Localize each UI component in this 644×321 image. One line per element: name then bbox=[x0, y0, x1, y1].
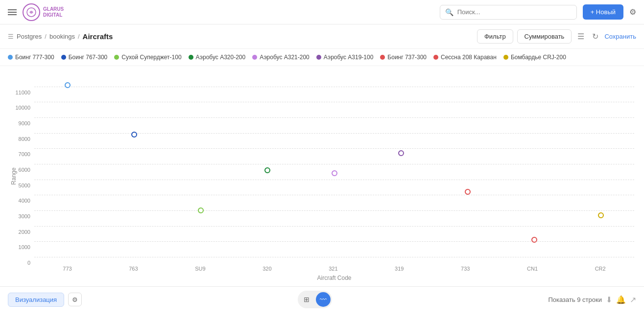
y-label-2000: 2000 bbox=[19, 229, 30, 235]
legend-dot-773 bbox=[8, 55, 13, 60]
grid-line-0 bbox=[34, 257, 634, 257]
save-button[interactable]: Сохранить bbox=[604, 33, 636, 40]
breadcrumb-sep2: / bbox=[78, 33, 80, 40]
y-label-0: 0 bbox=[27, 260, 30, 266]
breadcrumb-current: Aircrafts bbox=[83, 32, 113, 41]
legend-item-763: Боинг 767-300 bbox=[61, 54, 108, 61]
y-label-10000: 10000 bbox=[15, 105, 30, 111]
legend-dot-CR2 bbox=[503, 55, 508, 60]
chart-legend: Боинг 777-300Боинг 767-300Сухой Супердже… bbox=[0, 49, 644, 66]
bottombar: Визуализация ⚙ ⊞ 〰 Показать 9 строки ⬇ 🔔… bbox=[0, 286, 644, 312]
grid-line-6000 bbox=[34, 164, 634, 164]
legend-label-319: Аэробус А319-100 bbox=[324, 54, 374, 61]
legend-dot-763 bbox=[61, 55, 66, 60]
settings-icon[interactable]: ⚙ bbox=[629, 7, 636, 17]
y-label-4000: 4000 bbox=[19, 198, 30, 204]
y-label-8000: 8000 bbox=[19, 136, 30, 142]
view-toggle: ⊞ 〰 bbox=[298, 291, 332, 308]
legend-label-763: Боинг 767-300 bbox=[69, 54, 108, 61]
scatter-point-CN1[interactable] bbox=[531, 237, 537, 243]
bottom-icons: ⬇ 🔔 ↗ bbox=[606, 295, 636, 304]
breadcrumb-postgres[interactable]: Postgres bbox=[17, 33, 42, 40]
legend-dot-733 bbox=[380, 55, 385, 60]
legend-item-773: Боинг 777-300 bbox=[8, 54, 54, 61]
legend-dot-319 bbox=[316, 55, 321, 60]
grid-line-10000 bbox=[34, 102, 634, 102]
legend-label-733: Боинг 737-300 bbox=[387, 54, 427, 61]
legend-item-CR2: Бомбардье CRJ-200 bbox=[503, 54, 566, 61]
y-label-11000: 11000 bbox=[15, 90, 30, 95]
legend-dot-320 bbox=[189, 55, 193, 60]
share-icon[interactable]: ↗ bbox=[630, 295, 636, 304]
legend-dot-SU9 bbox=[114, 55, 119, 60]
grid-line-11000 bbox=[34, 87, 634, 87]
chart-container: Range 0100020003000400050006000700080009… bbox=[0, 66, 644, 286]
y-label-6000: 6000 bbox=[19, 167, 30, 173]
table-view-button[interactable]: ⊞ bbox=[299, 292, 314, 307]
new-button[interactable]: + Новый bbox=[583, 4, 623, 20]
scatter-point-SU9[interactable] bbox=[198, 207, 204, 213]
show-rows-label: Показать 9 строки bbox=[548, 296, 602, 303]
legend-label-321: Аэробус А321-200 bbox=[260, 54, 310, 61]
y-label-9000: 9000 bbox=[19, 120, 30, 126]
refresh-icon[interactable]: ↻ bbox=[590, 30, 600, 43]
filter-button[interactable]: Фильтр bbox=[477, 29, 513, 44]
legend-item-733: Боинг 737-300 bbox=[380, 54, 427, 61]
grid-line-5000 bbox=[34, 180, 634, 180]
x-label-773: 773 bbox=[63, 266, 72, 272]
x-label-321: 321 bbox=[329, 266, 337, 272]
legend-item-SU9: Сухой Суперджет-100 bbox=[114, 54, 181, 61]
legend-item-321: Аэробус А321-200 bbox=[252, 54, 310, 61]
legend-label-773: Боинг 777-300 bbox=[15, 54, 54, 61]
grid-line-9000 bbox=[34, 117, 634, 118]
legend-dot-CN1 bbox=[433, 55, 438, 60]
alert-icon[interactable]: 🔔 bbox=[616, 295, 626, 304]
x-axis-label: Aircraft Code bbox=[317, 275, 351, 281]
x-label-733: 733 bbox=[461, 266, 470, 272]
chart-inner: 0100020003000400050006000700080009000100… bbox=[34, 71, 634, 257]
column-settings-icon[interactable]: ☰ bbox=[575, 30, 586, 43]
y-label-7000: 7000 bbox=[19, 151, 30, 157]
legend-dot-321 bbox=[252, 55, 257, 60]
scatter-point-320[interactable] bbox=[264, 167, 270, 173]
breadcrumb-bookings[interactable]: bookings bbox=[49, 33, 75, 40]
y-axis-label: Range bbox=[10, 167, 17, 184]
legend-item-CN1: Сессна 208 Караван bbox=[433, 54, 497, 61]
grid-line-8000 bbox=[34, 133, 634, 134]
search-box[interactable]: 🔍 bbox=[440, 5, 577, 20]
breadcrumb-sep1: / bbox=[45, 33, 47, 40]
logo-text: GLARUSDIGITAL bbox=[43, 6, 64, 18]
chart-settings-icon[interactable]: ⚙ bbox=[68, 293, 82, 306]
chart-view-button[interactable]: 〰 bbox=[316, 292, 331, 307]
legend-label-CR2: Бомбардье CRJ-200 bbox=[511, 54, 566, 61]
download-icon[interactable]: ⬇ bbox=[606, 295, 612, 304]
scatter-point-763[interactable] bbox=[131, 132, 137, 138]
y-label-3000: 3000 bbox=[19, 213, 30, 219]
summarize-button[interactable]: Суммировать bbox=[517, 29, 572, 44]
scatter-point-319[interactable] bbox=[398, 150, 404, 156]
grid-line-1000 bbox=[34, 241, 634, 242]
search-icon: 🔍 bbox=[445, 8, 453, 16]
logo: GLARUSDIGITAL bbox=[23, 3, 64, 21]
x-label-SU9: SU9 bbox=[195, 266, 205, 272]
scatter-point-773[interactable] bbox=[65, 82, 71, 88]
x-labels: 773763SU9320321319733CN1CR2 bbox=[34, 266, 634, 272]
y-label-1000: 1000 bbox=[19, 244, 30, 250]
legend-item-319: Аэробус А319-100 bbox=[316, 54, 374, 61]
scatter-point-321[interactable] bbox=[332, 170, 337, 176]
logo-icon bbox=[23, 3, 40, 21]
grid-line-2000 bbox=[34, 226, 634, 227]
menu-icon[interactable] bbox=[8, 9, 17, 15]
scatter-point-733[interactable] bbox=[465, 189, 471, 195]
database-icon: ☰ bbox=[8, 33, 14, 40]
x-label-763: 763 bbox=[129, 266, 138, 272]
grid-line-4000 bbox=[34, 195, 634, 195]
x-label-319: 319 bbox=[395, 266, 404, 272]
grid-line-7000 bbox=[34, 148, 634, 149]
legend-label-SU9: Сухой Суперджет-100 bbox=[121, 54, 181, 61]
search-input[interactable] bbox=[457, 8, 572, 16]
topbar: GLARUSDIGITAL 🔍 + Новый ⚙ bbox=[0, 0, 644, 24]
x-label-CR2: CR2 bbox=[595, 266, 606, 272]
visualization-button[interactable]: Визуализация bbox=[8, 293, 64, 307]
scatter-point-CR2[interactable] bbox=[598, 212, 604, 218]
